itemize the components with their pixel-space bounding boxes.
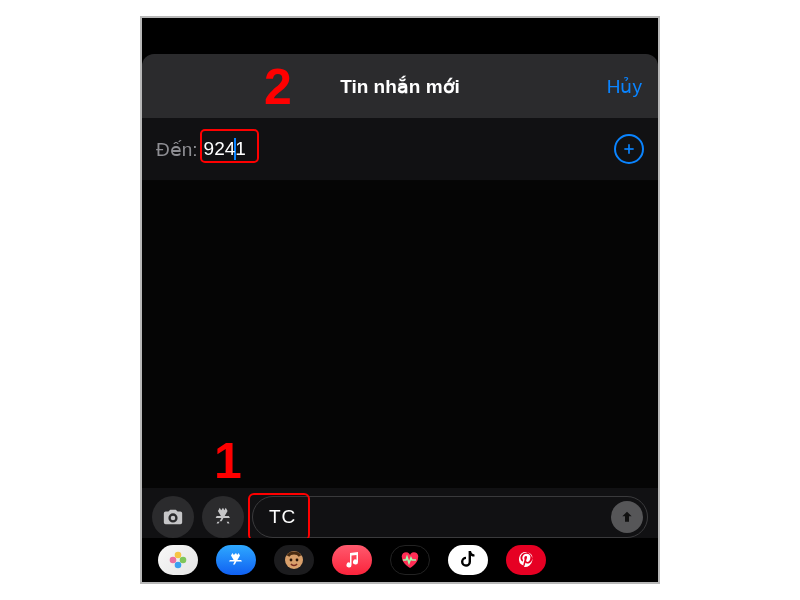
fitness-app-icon[interactable]	[390, 545, 430, 575]
svg-point-7	[290, 559, 293, 562]
app-store-button[interactable]	[202, 496, 244, 538]
appstore-icon	[212, 506, 234, 528]
music-note-icon	[344, 552, 360, 568]
svg-point-3	[180, 557, 187, 564]
tiktok-icon	[460, 551, 476, 569]
camera-icon	[162, 506, 184, 528]
message-text: TC	[269, 506, 296, 528]
new-message-modal: Tin nhắn mới Hủy Đến: 9241 2 1	[142, 54, 658, 582]
send-button[interactable]	[611, 501, 643, 533]
message-input[interactable]: TC	[252, 496, 648, 538]
appstore-a-icon	[226, 550, 246, 570]
modal-header: Tin nhắn mới Hủy	[142, 54, 658, 118]
compose-bar: TC	[142, 488, 658, 582]
add-contact-button[interactable]	[614, 134, 644, 164]
svg-point-5	[170, 557, 177, 564]
app-store-app-icon[interactable]	[216, 545, 256, 575]
recipient-label: Đến:	[156, 138, 198, 161]
camera-button[interactable]	[152, 496, 194, 538]
modal-title: Tin nhắn mới	[340, 75, 460, 98]
recipient-row[interactable]: Đến: 9241 2	[142, 118, 658, 181]
recipient-value: 9241	[204, 137, 246, 161]
memoji-icon	[282, 548, 306, 572]
memoji-app-icon[interactable]	[274, 545, 314, 575]
tiktok-app-icon[interactable]	[448, 545, 488, 575]
photos-app-icon[interactable]	[158, 545, 198, 575]
svg-point-4	[175, 562, 182, 569]
recipient-input[interactable]: 9241	[204, 137, 614, 161]
message-area[interactable]: 1	[142, 181, 658, 488]
plus-icon	[621, 141, 637, 157]
annotation-step-1: 1	[214, 432, 242, 490]
music-app-icon[interactable]	[332, 545, 372, 575]
svg-point-8	[296, 559, 299, 562]
svg-point-2	[175, 552, 182, 559]
heart-icon	[399, 551, 421, 569]
arrow-up-icon	[619, 509, 635, 525]
pinterest-app-icon[interactable]	[506, 545, 546, 575]
phone-frame: Tin nhắn mới Hủy Đến: 9241 2 1	[140, 16, 660, 584]
pinterest-p-icon	[517, 551, 535, 569]
photos-icon	[168, 550, 188, 570]
cancel-button[interactable]: Hủy	[607, 75, 642, 98]
app-drawer[interactable]	[142, 538, 658, 582]
